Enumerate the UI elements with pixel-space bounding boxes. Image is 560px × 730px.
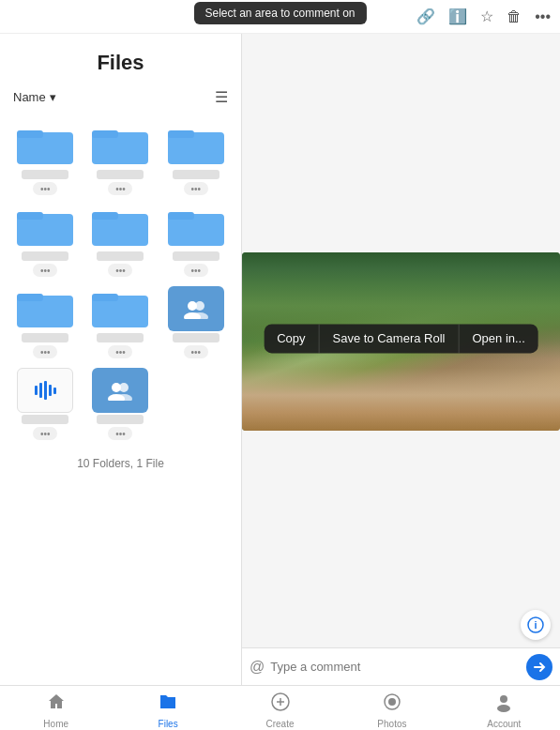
- folder-icon: [17, 205, 73, 250]
- open-in-button[interactable]: Open in...: [459, 324, 537, 353]
- file-more-button[interactable]: •••: [108, 427, 132, 440]
- save-to-camera-roll-button[interactable]: Save to Camera Roll: [320, 324, 460, 353]
- shared-folder-icon-2: [92, 368, 148, 413]
- file-name: [97, 170, 144, 179]
- top-bar-icons: 🔗 ℹ️ ☆ 🗑 •••: [416, 8, 551, 25]
- svg-rect-11: [168, 212, 194, 220]
- list-item[interactable]: •••: [159, 281, 234, 362]
- folder-icon: [92, 205, 148, 250]
- at-icon: @: [250, 659, 265, 676]
- list-item[interactable]: •••: [83, 281, 158, 362]
- name-sort-button[interactable]: Name ▾: [13, 90, 56, 104]
- svg-rect-15: [92, 294, 118, 301]
- info-button[interactable]: i: [521, 610, 551, 640]
- image-area: Copy Save to Camera Roll Open in... i: [242, 34, 560, 649]
- nav-item-home[interactable]: Home: [0, 688, 112, 729]
- account-label: Account: [487, 719, 521, 729]
- svg-rect-9: [92, 212, 118, 220]
- tooltip-text: Select an area to comment on: [204, 7, 355, 20]
- context-menu: Copy Save to Camera Roll Open in...: [264, 324, 538, 353]
- send-button[interactable]: [526, 654, 552, 680]
- account-icon: [493, 692, 514, 717]
- top-bar: Select an area to comment on 🔗 ℹ️ ☆ 🗑 ••…: [0, 0, 560, 34]
- list-item[interactable]: •••: [8, 199, 83, 281]
- svg-rect-7: [17, 212, 43, 220]
- file-more-button[interactable]: •••: [184, 182, 208, 195]
- svg-rect-13: [17, 294, 43, 301]
- files-nav-icon: [158, 692, 178, 717]
- list-item[interactable]: •••: [83, 199, 158, 281]
- photos-label: Photos: [377, 719, 406, 729]
- star-icon[interactable]: ☆: [480, 8, 493, 25]
- file-more-button[interactable]: •••: [184, 264, 208, 277]
- left-panel: Files Name ▾ ☰ ••• •••: [0, 34, 242, 685]
- right-panel: Copy Save to Camera Roll Open in... i 0 …: [242, 34, 560, 685]
- svg-rect-23: [49, 385, 52, 396]
- comment-input[interactable]: [270, 660, 521, 674]
- file-more-button[interactable]: •••: [33, 427, 57, 440]
- svg-point-36: [497, 705, 510, 712]
- audio-file-icon: [17, 368, 73, 413]
- file-more-button[interactable]: •••: [33, 182, 57, 195]
- select-tooltip: Select an area to comment on: [193, 2, 366, 24]
- files-header: Name ▾ ☰: [0, 84, 241, 114]
- list-view-icon[interactable]: ☰: [215, 88, 228, 106]
- svg-rect-1: [17, 130, 43, 138]
- file-more-button[interactable]: •••: [184, 345, 208, 358]
- svg-point-26: [119, 383, 129, 392]
- files-title: Files: [0, 34, 241, 84]
- file-more-button[interactable]: •••: [108, 182, 132, 195]
- file-more-button[interactable]: •••: [108, 264, 132, 277]
- list-item[interactable]: •••: [8, 362, 83, 444]
- list-item[interactable]: •••: [83, 117, 158, 199]
- folder-icon: [168, 205, 224, 250]
- list-item[interactable]: •••: [8, 281, 83, 362]
- trash-icon[interactable]: 🗑: [507, 8, 522, 25]
- copy-button[interactable]: Copy: [264, 324, 319, 353]
- comment-input-bar: @: [242, 647, 560, 685]
- svg-rect-21: [39, 383, 42, 398]
- list-item[interactable]: •••: [8, 117, 83, 199]
- create-icon: [270, 692, 291, 717]
- folder-icon: [17, 286, 73, 331]
- list-item[interactable]: •••: [83, 362, 158, 444]
- sort-label: Name: [13, 90, 46, 104]
- nav-item-photos[interactable]: Photos: [336, 688, 447, 729]
- list-item[interactable]: •••: [159, 199, 234, 281]
- home-icon: [46, 692, 67, 717]
- file-more-button[interactable]: •••: [33, 264, 57, 277]
- list-item[interactable]: •••: [159, 117, 234, 199]
- file-name: [97, 415, 144, 424]
- file-grid: ••• ••• ••• •••: [0, 114, 241, 448]
- file-name: [173, 170, 219, 179]
- file-name: [22, 170, 68, 179]
- folder-icon: [92, 123, 148, 168]
- home-label: Home: [43, 719, 68, 729]
- nav-item-files[interactable]: Files: [112, 688, 223, 729]
- svg-point-17: [195, 301, 204, 311]
- send-icon: [533, 661, 546, 674]
- svg-text:i: i: [534, 619, 537, 631]
- files-nav-label: Files: [159, 719, 178, 729]
- file-more-button[interactable]: •••: [33, 345, 57, 358]
- files-summary: 10 Folders, 1 File: [0, 448, 241, 478]
- file-name: [173, 251, 219, 261]
- file-name: [22, 251, 68, 261]
- info-icon[interactable]: ℹ️: [448, 8, 467, 25]
- svg-rect-24: [53, 388, 56, 394]
- nav-item-create[interactable]: Create: [224, 688, 336, 729]
- folder-icon: [17, 123, 73, 168]
- link-icon[interactable]: 🔗: [416, 8, 435, 25]
- create-label: Create: [266, 719, 295, 729]
- folder-icon: [168, 123, 224, 168]
- file-name: [22, 333, 68, 342]
- svg-rect-5: [168, 130, 194, 138]
- svg-point-33: [388, 698, 396, 706]
- nav-item-account[interactable]: Account: [448, 688, 560, 729]
- photos-icon: [382, 692, 402, 717]
- more-icon[interactable]: •••: [535, 8, 551, 25]
- svg-rect-3: [92, 130, 118, 138]
- park-image[interactable]: Copy Save to Camera Roll Open in...: [242, 252, 560, 431]
- file-name: [173, 333, 219, 342]
- file-more-button[interactable]: •••: [108, 345, 132, 358]
